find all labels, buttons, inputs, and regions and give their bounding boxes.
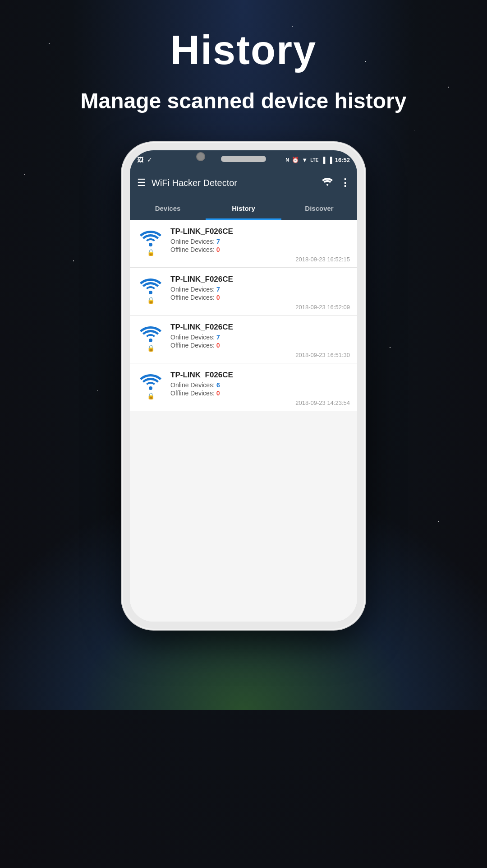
- wifi-icon: [139, 372, 162, 391]
- tab-discover[interactable]: Discover: [281, 196, 357, 220]
- timestamp: 2018-09-23 16:52:15: [170, 256, 350, 263]
- offline-count: 0: [216, 390, 220, 397]
- timestamp: 2018-09-23 14:23:54: [170, 399, 350, 406]
- item-content: TP-LINK_F026CE Online Devices: 7 Offline…: [170, 227, 350, 263]
- item-content: TP-LINK_F026CE Online Devices: 7 Offline…: [170, 323, 350, 358]
- wifi-icon-container: 🔒: [137, 371, 164, 399]
- clock: 16:52: [335, 157, 350, 163]
- page-subtitle: Manage scanned device history: [0, 87, 487, 115]
- history-item[interactable]: 🔒 TP-LINK_F026CE Online Devices: 6 Offli…: [130, 363, 357, 411]
- lock-icon: 🔒: [147, 297, 155, 304]
- alarm-icon: ⏰: [292, 157, 299, 163]
- tab-devices[interactable]: Devices: [130, 196, 206, 220]
- wifi-status-icon: ▼: [302, 157, 308, 163]
- online-count: 7: [216, 334, 220, 341]
- timestamp: 2018-09-23 16:52:09: [170, 304, 350, 311]
- lock-icon: 🔒: [147, 392, 155, 399]
- more-menu-button[interactable]: ⋮: [340, 177, 350, 189]
- signal-icon: ✓: [147, 156, 152, 163]
- tab-history[interactable]: History: [206, 196, 281, 220]
- lock-icon: 🔒: [147, 249, 155, 256]
- content-area: 🔒 TP-LINK_F026CE Online Devices: 7 Offli…: [130, 220, 357, 622]
- phone-speaker: [221, 156, 266, 162]
- online-devices-line: Online Devices: 6: [170, 381, 350, 389]
- page-title: History: [0, 27, 487, 74]
- online-devices-line: Online Devices: 7: [170, 286, 350, 293]
- status-right: N ⏰ ▼ LTE ▐ ▐ 16:52: [285, 157, 350, 163]
- nfc-icon: N: [285, 157, 289, 162]
- offline-count: 0: [216, 246, 220, 253]
- hamburger-menu-button[interactable]: ☰: [137, 177, 146, 189]
- wifi-icon: [139, 325, 162, 343]
- signal-bars: ▐: [321, 157, 325, 163]
- wifi-icon: [139, 229, 162, 248]
- history-item[interactable]: 🔒 TP-LINK_F026CE Online Devices: 7 Offli…: [130, 316, 357, 363]
- page-header: History Manage scanned device history: [0, 0, 487, 115]
- wifi-icon-container: 🔒: [137, 323, 164, 352]
- online-count: 7: [216, 238, 220, 245]
- lock-icon: 🔒: [147, 344, 155, 352]
- history-item[interactable]: 🔒 TP-LINK_F026CE Online Devices: 7 Offli…: [130, 220, 357, 268]
- offline-devices-line: Offline Devices: 0: [170, 342, 350, 349]
- tab-bar: Devices History Discover: [130, 196, 357, 220]
- wifi-icon-container: 🔒: [137, 227, 164, 256]
- online-count: 6: [216, 381, 220, 389]
- network-name: TP-LINK_F026CE: [170, 323, 350, 332]
- offline-count: 0: [216, 294, 220, 301]
- network-name: TP-LINK_F026CE: [170, 227, 350, 236]
- app-bar-title: WiFi Hacker Detector: [152, 178, 317, 188]
- wifi-icon-container: 🔒: [137, 275, 164, 304]
- offline-devices-line: Offline Devices: 0: [170, 390, 350, 397]
- timestamp: 2018-09-23 16:51:30: [170, 352, 350, 358]
- offline-devices-line: Offline Devices: 0: [170, 294, 350, 301]
- battery-icon: ▐: [328, 157, 332, 163]
- online-devices-line: Online Devices: 7: [170, 238, 350, 245]
- item-content: TP-LINK_F026CE Online Devices: 7 Offline…: [170, 275, 350, 311]
- network-name: TP-LINK_F026CE: [170, 275, 350, 284]
- phone-screen: 🖼 ✓ N ⏰ ▼ LTE ▐ ▐ 16:52 ☰ WiFi Hacker De…: [130, 150, 357, 622]
- phone-frame: 🖼 ✓ N ⏰ ▼ LTE ▐ ▐ 16:52 ☰ WiFi Hacker De…: [122, 142, 365, 630]
- wifi-action-icon[interactable]: [322, 178, 333, 188]
- history-item[interactable]: 🔒 TP-LINK_F026CE Online Devices: 7 Offli…: [130, 268, 357, 316]
- app-bar-actions: ⋮: [322, 177, 350, 189]
- svg-point-0: [149, 243, 152, 246]
- data-icon: LTE: [310, 158, 318, 162]
- phone-mockup: 🖼 ✓ N ⏰ ▼ LTE ▐ ▐ 16:52 ☰ WiFi Hacker De…: [0, 142, 487, 630]
- svg-point-2: [149, 339, 152, 342]
- online-count: 7: [216, 286, 220, 293]
- item-content: TP-LINK_F026CE Online Devices: 6 Offline…: [170, 371, 350, 406]
- offline-devices-line: Offline Devices: 0: [170, 246, 350, 253]
- status-left-icons: 🖼 ✓: [137, 156, 152, 163]
- offline-count: 0: [216, 342, 220, 349]
- app-bar: ☰ WiFi Hacker Detector ⋮: [130, 169, 357, 196]
- svg-point-1: [149, 291, 152, 294]
- online-devices-line: Online Devices: 7: [170, 334, 350, 341]
- network-name: TP-LINK_F026CE: [170, 371, 350, 380]
- svg-point-3: [149, 386, 152, 390]
- notification-icon: 🖼: [137, 156, 143, 163]
- wifi-icon: [139, 277, 162, 296]
